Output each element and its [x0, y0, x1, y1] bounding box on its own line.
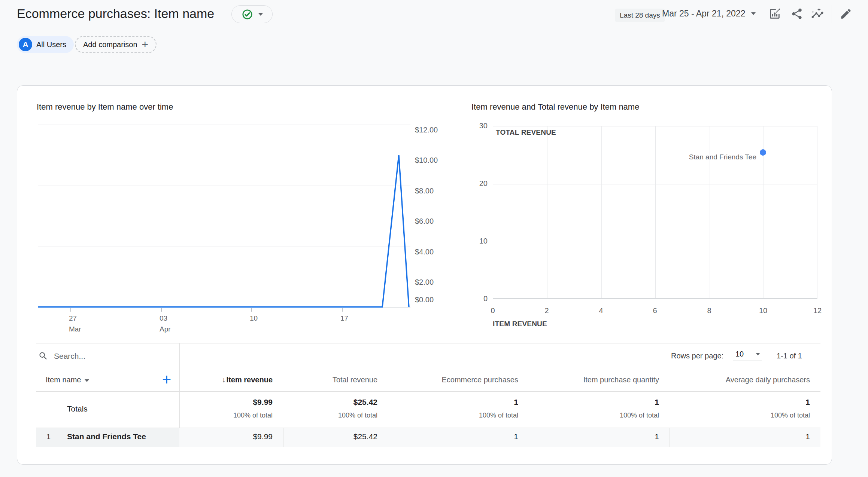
date-range-picker[interactable]: Mar 25 - Apr 21, 2022: [662, 9, 756, 19]
y-axis-tick: $6.00: [415, 217, 456, 226]
x-axis-tick: 6: [644, 306, 666, 315]
date-range-preset-badge: Last 28 days: [615, 9, 665, 22]
toolbar-divider: [832, 4, 832, 23]
y-axis-tick: 20: [458, 179, 488, 188]
edit-icon[interactable]: [839, 7, 853, 21]
rows-per-page-value: 10: [735, 350, 744, 358]
x-axis-tick: 03Apr: [160, 313, 193, 334]
totals-value: 1: [683, 398, 810, 407]
scatter-chart-title: Item revenue and Total revenue by Item n…: [471, 102, 639, 112]
x-axis-tick: 8: [698, 306, 720, 315]
y-axis-tick: $2.00: [415, 278, 456, 287]
y-axis-tick: $4.00: [415, 248, 456, 256]
totals-value: $25.42: [250, 398, 377, 407]
scatter-chart-plot: [493, 126, 817, 299]
check-circle-icon: [242, 9, 253, 20]
x-axis-tick: 10: [752, 306, 774, 315]
page-title: Ecommerce purchases: Item name: [17, 6, 214, 21]
totals-value: 1: [532, 398, 659, 407]
chevron-down-icon: [258, 13, 263, 16]
totals-percent: 100% of total: [683, 412, 810, 419]
row-cell-total-revenue: $25.42: [250, 432, 377, 441]
x-axis-tick: 12: [806, 306, 829, 315]
scatter-point[interactable]: [760, 149, 766, 156]
insights-icon[interactable]: [810, 7, 825, 21]
y-axis-tick: 0: [458, 294, 488, 303]
column-header-item-name[interactable]: Item name: [46, 376, 89, 384]
pagination-range: 1-1 of 1: [777, 352, 802, 360]
rows-per-page-label: Rows per page:: [671, 352, 723, 360]
y-axis-tick: $12.00: [415, 126, 456, 134]
totals-percent: 100% of total: [391, 412, 518, 419]
customize-report-icon[interactable]: [768, 7, 782, 21]
report-card: Item revenue by Item name over time $12.…: [17, 85, 832, 465]
row-index: 1: [46, 432, 51, 441]
y-axis-tick: $8.00: [415, 187, 456, 195]
search-input[interactable]: [54, 349, 170, 364]
y-axis-tick: $0.00: [415, 296, 456, 304]
plus-icon: +: [142, 39, 149, 50]
revenue-line: [38, 125, 410, 308]
line-chart-plot: [38, 125, 410, 308]
y-axis-tick: 30: [458, 122, 488, 130]
totals-value: 1: [391, 398, 518, 407]
date-range-text: Mar 25 - Apr 21, 2022: [662, 9, 745, 19]
x-axis-label: ITEM REVENUE: [493, 320, 547, 328]
chevron-down-icon: [756, 353, 760, 355]
line-chart-title: Item revenue by Item name over time: [37, 102, 173, 112]
x-axis-tick: 2: [535, 306, 558, 315]
y-axis-tick: $10.00: [415, 156, 456, 165]
column-header-item-purchase-quantity[interactable]: Item purchase quantity: [532, 376, 659, 384]
share-icon[interactable]: [790, 7, 804, 21]
add-comparison-label: Add comparison: [83, 40, 137, 49]
scatter-point-label: Stan and Friends Tee: [607, 153, 756, 161]
x-axis-tick: 10: [250, 313, 283, 324]
column-header-total-revenue[interactable]: Total revenue: [250, 376, 377, 384]
x-axis-tick: 4: [590, 306, 612, 315]
all-users-chip[interactable]: A All Users: [17, 36, 74, 53]
column-header-average-daily-purchasers[interactable]: Average daily purchasers: [683, 376, 810, 384]
sort-descending-icon: ↓: [222, 376, 226, 384]
x-axis-tick: 0: [482, 306, 504, 315]
x-axis-tick: 27Mar: [69, 313, 103, 334]
totals-label: Totals: [67, 404, 88, 413]
chevron-down-icon: [85, 379, 89, 382]
toolbar-divider: [761, 4, 761, 23]
row-item-name[interactable]: Stan and Friends Tee: [67, 432, 146, 441]
chevron-down-icon: [751, 12, 756, 15]
column-header-ecommerce-purchases[interactable]: Ecommerce purchases: [391, 376, 518, 384]
search-icon: [38, 351, 48, 361]
totals-percent: 100% of total: [532, 412, 659, 419]
totals-percent: 100% of total: [250, 412, 377, 419]
all-users-label: All Users: [36, 40, 66, 49]
x-axis-tick: 17: [340, 313, 374, 324]
rows-per-page-select[interactable]: 10: [733, 348, 762, 361]
report-status-pill[interactable]: [231, 5, 273, 23]
row-cell-ecommerce-purchases: 1: [391, 432, 518, 441]
y-axis-tick: 10: [458, 237, 488, 245]
dimension-header-label: Item name: [46, 376, 81, 384]
avatar: A: [19, 38, 32, 51]
y-axis-label: TOTAL REVENUE: [496, 128, 556, 137]
row-cell-item-purchase-quantity: 1: [532, 432, 659, 441]
row-cell-average-daily-purchasers: 1: [683, 432, 810, 441]
add-comparison-button[interactable]: Add comparison +: [75, 36, 157, 53]
